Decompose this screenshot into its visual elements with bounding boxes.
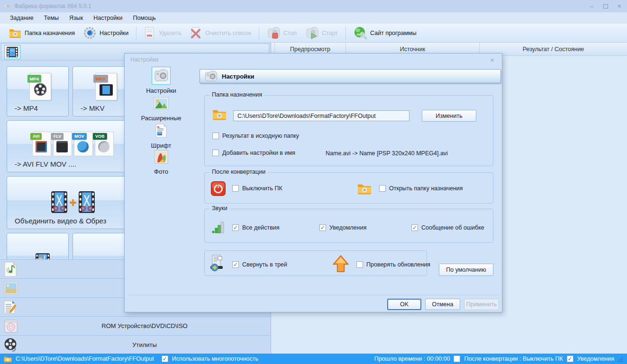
mp4-button-label: -> MP4: [15, 104, 38, 112]
tray-checkbox[interactable]: ✓: [232, 261, 239, 268]
ok-button[interactable]: OK: [387, 299, 421, 310]
photo-icon: [154, 150, 168, 164]
film-reel-icon: [34, 83, 46, 96]
notifications-row: ✓ Уведомления: [319, 224, 366, 231]
all-actions-checkbox[interactable]: ✓: [232, 224, 239, 231]
notifications-label: Уведомления: [329, 224, 366, 231]
sidebar-item-settings[interactable]: Настройки: [133, 67, 190, 94]
menu-help[interactable]: Помощь: [128, 13, 161, 23]
minimize-button[interactable]: –: [590, 2, 594, 10]
toolbar-separator: [345, 27, 346, 40]
menu-themes[interactable]: Темы: [39, 13, 64, 23]
close-button[interactable]: ×: [618, 2, 621, 10]
website-button[interactable]: Сайт программы: [349, 25, 421, 41]
delete-button: Удалить: [140, 25, 186, 41]
append-example-text: Name.avi -> Name [PSP 320x240 MPEG4].avi: [326, 150, 448, 157]
mov-file-icon: MOV: [74, 132, 93, 156]
dialog-header-bar: Настройки: [200, 69, 501, 83]
title-bar: Фабрика форматов X64 5.0.1 – ×: [0, 0, 627, 12]
error-message-label: Сообщение об ошибке: [421, 224, 484, 231]
clear-list-button: Очистить список: [186, 25, 255, 41]
merge-clip-video-button[interactable]: + Объединить видео & Обрез: [7, 176, 135, 229]
change-folder-label: Изменить: [436, 113, 462, 119]
mov-thumb: [77, 141, 89, 152]
camera-settings-icon: [204, 71, 218, 82]
film-scissors-icon: [79, 191, 95, 213]
sidebar-item-advanced[interactable]: Расширенные: [133, 94, 190, 122]
check-icon: ✓: [163, 356, 167, 362]
cancel-button[interactable]: Отмена: [425, 299, 460, 310]
vob-badge: VOB: [93, 133, 107, 140]
all-actions-label: Все действия: [242, 224, 280, 231]
sounds-group: Звуки ✓ Все действия ✓ Уведомления ✓ Соо…: [204, 209, 493, 243]
website-globe-icon: [354, 27, 367, 39]
clear-list-icon: [190, 27, 202, 39]
update-arrow-icon: [333, 255, 349, 272]
menu-task[interactable]: Задание: [5, 13, 39, 23]
app-icon: [4, 3, 11, 9]
avi-thumb: [36, 141, 47, 152]
maximize-button[interactable]: [603, 4, 608, 9]
delete-label: Удалить: [159, 30, 182, 36]
website-label: Сайт программы: [370, 30, 417, 36]
check-icon: ✓: [320, 225, 325, 231]
mkv-file-page: MKV: [95, 73, 117, 100]
error-message-checkbox[interactable]: ✓: [411, 224, 418, 231]
default-button-label: По умолчанию: [446, 266, 486, 273]
check-updates-checkbox[interactable]: [356, 261, 363, 268]
output-path-field[interactable]: [233, 110, 409, 121]
dialog-close-button[interactable]: ×: [488, 56, 496, 64]
flv-badge: FLV: [51, 133, 64, 140]
start-icon: [305, 27, 318, 39]
sound-bars-icon: [211, 220, 226, 234]
folder-icon: [212, 109, 227, 120]
document-icon: [4, 300, 17, 314]
result-to-source-row: Результат в исходную папку: [212, 133, 299, 139]
audio-icon: [4, 262, 17, 277]
film-thumb-icon: [100, 84, 113, 96]
rom-section-header[interactable]: ROM Устройство\DVD\CD\ISO: [0, 316, 271, 335]
check-updates-label: Проверять обновления: [366, 261, 430, 268]
ok-button-label: OK: [400, 301, 409, 308]
stop-label: Стоп: [283, 30, 297, 36]
flv-thumb: [56, 141, 68, 152]
result-to-source-checkbox[interactable]: [212, 133, 219, 139]
photo-icon-box: [152, 148, 171, 166]
settings-button[interactable]: Настройки: [79, 25, 133, 41]
open-folder-checkbox[interactable]: [379, 185, 386, 192]
tray-label: Свернуть в трей: [242, 261, 287, 268]
dest-folder-button[interactable]: Папка назначения: [5, 27, 79, 40]
avi-button-label: -> AVI FLV MOV ....: [15, 160, 76, 168]
start-button: Старт: [301, 25, 342, 41]
notifications-checkbox[interactable]: ✓: [319, 224, 326, 231]
sidebar-item-photo[interactable]: Фото: [133, 148, 190, 175]
merge-video-icons: +: [51, 191, 94, 213]
utilities-section-header[interactable]: Утилиты: [0, 335, 271, 354]
status-bar: C:\Users\DTore\Downloads\FormatFactory\F…: [0, 354, 627, 364]
mkv-button-label: -> MKV: [81, 104, 104, 112]
settings-dialog: Настройки × Настройки Расширенные: [124, 53, 502, 312]
menu-language[interactable]: Язык: [64, 13, 88, 23]
convert-to-avi-flv-mov-button[interactable]: AVI FLV MOV VOB -> AVI FLV MOV ....: [7, 120, 135, 172]
sounds-legend: Звуки: [209, 205, 230, 212]
plus-icon: +: [69, 195, 76, 210]
change-folder-button[interactable]: Изменить: [422, 110, 476, 122]
shutdown-checkbox[interactable]: [232, 185, 239, 192]
window-title: Фабрика форматов X64 5.0.1: [14, 3, 91, 9]
picture-icon: [154, 97, 169, 110]
default-button[interactable]: По умолчанию: [439, 264, 493, 276]
append-settings-checkbox[interactable]: [212, 150, 219, 156]
status-output-path[interactable]: C:\Users\DTore\Downloads\FormatFactory\F…: [16, 355, 154, 362]
gear-icon: [83, 27, 96, 39]
sidebar-item-font[interactable]: Шрифт: [133, 122, 190, 149]
convert-to-mp4-button[interactable]: MP4 -> MP4: [7, 66, 69, 116]
after-conversion-legend: После конвертации: [209, 169, 268, 175]
tray-row: ✓ Свернуть в трей: [232, 261, 287, 268]
multithread-checkbox[interactable]: ✓: [162, 355, 168, 362]
misc-options-box: ✓ Свернуть в трей Проверять обновления: [204, 250, 427, 276]
menu-settings[interactable]: Настройки: [88, 13, 127, 23]
resize-grip-icon[interactable]: [618, 356, 623, 362]
cancel-button-label: Отмена: [432, 301, 454, 308]
status-notifications-checkbox[interactable]: ✓: [567, 355, 573, 362]
status-shutdown-checkbox[interactable]: [454, 355, 460, 362]
